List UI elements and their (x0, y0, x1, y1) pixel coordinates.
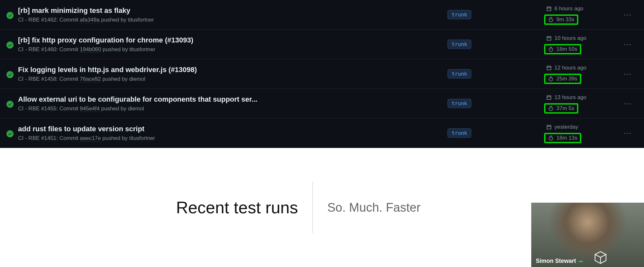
cube-logo-icon (592, 250, 609, 266)
run-duration: 37m 5s (544, 103, 578, 114)
workflow-prefix: CI - RBE #1458: Commit (18, 76, 80, 82)
pushed-by: pushed by diemol (101, 76, 145, 82)
duration-text: 18m 13s (556, 135, 577, 141)
run-duration: 25m 39s (544, 74, 581, 84)
run-main: [rb] mark minimizing test as flaky CI - … (18, 6, 447, 23)
audio-level-icon: ▪▪▪▪ (579, 259, 582, 264)
workflow-prefix: CI - RBE #1460: Commit (18, 46, 80, 52)
relative-time-text: yesterday (554, 124, 578, 130)
workflow-prefix: CI - RBE #1451: Commit (18, 135, 80, 141)
commit-hash-link[interactable]: 76ace92 (80, 76, 101, 82)
stopwatch-icon (548, 135, 554, 141)
relative-time-text: 6 hours ago (554, 5, 583, 12)
duration-text: 18m 50s (556, 46, 577, 52)
run-subtitle: CI - RBE #1455: Commit 945e4f4 pushed by… (18, 106, 447, 112)
banner-heading: Recent test runs (19, 198, 312, 217)
menu-col: ··· (618, 9, 638, 21)
run-title[interactable]: [rb] mark minimizing test as flaky (18, 6, 447, 15)
status-col (6, 99, 18, 108)
branch-badge[interactable]: trunk (447, 128, 471, 138)
run-subtitle: CI - RBE #1462: Commit afa349a pushed by… (18, 17, 447, 23)
run-duration: 9m 33s (544, 14, 578, 25)
branch-col: trunk (447, 69, 544, 78)
success-icon (6, 41, 14, 49)
branch-col: trunk (447, 10, 544, 19)
relative-time-text: 10 hours ago (554, 35, 586, 41)
branch-badge[interactable]: trunk (447, 99, 471, 108)
speaker-name: Simon Stewart (536, 258, 576, 264)
branch-badge[interactable]: trunk (447, 40, 471, 49)
stopwatch-icon (548, 106, 554, 111)
run-main: add rust files to update version script … (18, 125, 447, 142)
status-col (6, 11, 18, 19)
menu-col: ··· (618, 68, 638, 80)
kebab-menu-button[interactable]: ··· (622, 97, 634, 110)
run-subtitle: CI - RBE #1460: Commit 194b060 pushed by… (18, 46, 447, 53)
stopwatch-icon (548, 46, 554, 52)
calendar-icon (546, 95, 552, 100)
branch-col: trunk (447, 128, 544, 138)
pushed-by: pushed by diemol (100, 106, 144, 112)
run-main: Fix logging levels in http.js and webdri… (18, 66, 447, 82)
stopwatch-icon (548, 76, 554, 82)
duration-text: 9m 33s (556, 16, 574, 23)
run-relative-time: 12 hours ago (544, 64, 588, 72)
run-title[interactable]: Allow external uri to be configurable fo… (18, 95, 447, 104)
workflow-run-row[interactable]: [rb] mark minimizing test as flaky CI - … (0, 0, 644, 30)
workflow-prefix: CI - RBE #1455: Commit (18, 106, 80, 112)
status-col (6, 129, 18, 137)
run-title[interactable]: add rust files to update version script (18, 125, 447, 133)
run-main: Allow external uri to be configurable fo… (18, 95, 447, 112)
kebab-menu-button[interactable]: ··· (622, 127, 634, 139)
stopwatch-icon (548, 17, 554, 23)
workflow-run-row[interactable]: add rust files to update version script … (0, 118, 644, 148)
calendar-icon (546, 35, 552, 41)
run-subtitle: CI - RBE #1458: Commit 76ace92 pushed by… (18, 76, 447, 82)
branch-col: trunk (447, 40, 544, 49)
success-icon (6, 12, 14, 19)
workflow-run-row[interactable]: [rb] fix http proxy configuration for ch… (0, 30, 644, 59)
run-relative-time: 6 hours ago (544, 5, 585, 13)
workflow-run-row[interactable]: Fix logging levels in http.js and webdri… (0, 59, 644, 89)
time-col: 13 hours ago 37m 5s (544, 94, 618, 114)
run-subtitle: CI - RBE #1451: Commit aaec17e pushed by… (18, 135, 447, 142)
calendar-icon (546, 65, 552, 71)
commit-hash-link[interactable]: 945e4f4 (80, 106, 100, 112)
kebab-menu-button[interactable]: ··· (622, 38, 634, 51)
pushed-by: pushed by titusfortner (100, 17, 154, 23)
menu-col: ··· (618, 127, 638, 139)
run-duration: 18m 50s (544, 44, 581, 54)
branch-badge[interactable]: trunk (447, 69, 471, 78)
success-icon (6, 130, 14, 137)
workflow-runs-list: [rb] mark minimizing test as flaky CI - … (0, 0, 644, 148)
run-relative-time: yesterday (544, 123, 580, 131)
time-col: 6 hours ago 9m 33s (544, 5, 618, 25)
success-icon (6, 71, 14, 78)
duration-text: 37m 5s (556, 105, 574, 112)
pushed-by: pushed by titusfortner (101, 46, 155, 52)
branch-col: trunk (447, 99, 544, 108)
commit-hash-link[interactable]: aaec17e (80, 135, 101, 142)
run-title[interactable]: [rb] fix http proxy configuration for ch… (18, 36, 447, 44)
run-relative-time: 13 hours ago (544, 94, 588, 101)
success-icon (6, 101, 14, 108)
pushed-by: pushed by titusfortner (101, 135, 155, 141)
time-col: yesterday 18m 13s (544, 123, 618, 143)
workflow-run-row[interactable]: Allow external uri to be configurable fo… (0, 89, 644, 118)
run-relative-time: 10 hours ago (544, 34, 588, 42)
commit-hash-link[interactable]: afa349a (80, 17, 100, 23)
run-duration: 18m 13s (544, 133, 581, 143)
kebab-menu-button[interactable]: ··· (622, 9, 634, 21)
relative-time-text: 13 hours ago (554, 94, 586, 101)
menu-col: ··· (618, 97, 638, 110)
run-main: [rb] fix http proxy configuration for ch… (18, 36, 447, 53)
kebab-menu-button[interactable]: ··· (622, 68, 634, 80)
relative-time-text: 12 hours ago (554, 65, 586, 71)
calendar-icon (546, 6, 552, 12)
branch-badge[interactable]: trunk (447, 10, 471, 19)
run-title[interactable]: Fix logging levels in http.js and webdri… (18, 66, 447, 74)
status-col (6, 40, 18, 49)
commit-hash-link[interactable]: 194b060 (80, 46, 101, 53)
banner-tagline: So. Much. Faster (313, 201, 420, 215)
duration-text: 25m 39s (556, 76, 577, 82)
